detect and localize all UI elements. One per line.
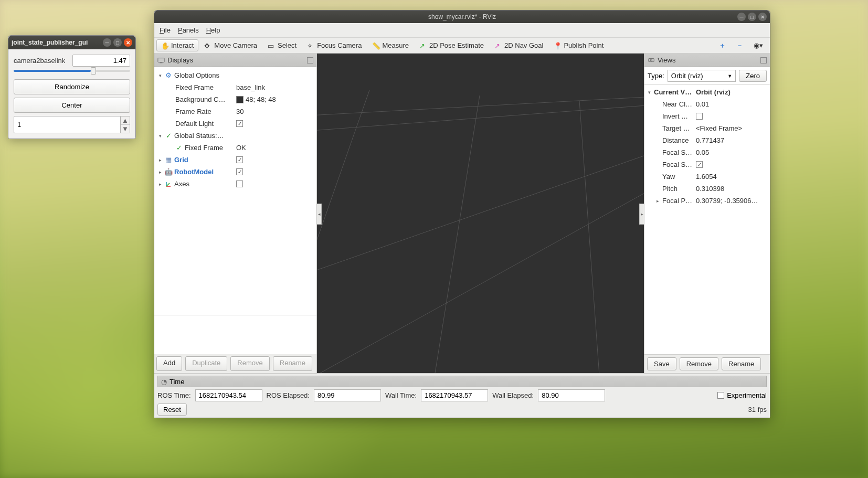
3d-viewport[interactable]: ◂ ▸ xyxy=(317,54,644,373)
joint-value-input[interactable] xyxy=(72,55,130,67)
global-options-item[interactable]: ▾⚙Global Options xyxy=(154,69,316,81)
joint-slider[interactable] xyxy=(14,70,130,72)
tool-move-camera[interactable]: ✥Move Camera xyxy=(199,39,262,51)
focal-shape-size-item[interactable]: Focal S…0.05 xyxy=(644,146,770,158)
jsp-window: joint_state_publisher_gui ─ □ ✕ camera2b… xyxy=(8,35,136,139)
views-panel: Views Type: Orbit (rviz)▼ Zero ▾Current … xyxy=(644,54,770,373)
undock-icon[interactable] xyxy=(307,57,313,63)
focus-camera-icon: ✧ xyxy=(307,42,314,49)
select-icon: ▭ xyxy=(268,42,275,49)
minimize-icon[interactable]: ─ xyxy=(737,13,746,21)
menu-panels[interactable]: Panels xyxy=(178,26,199,34)
views-header[interactable]: Views xyxy=(644,54,770,67)
spinner-down-icon[interactable]: ▼ xyxy=(121,125,130,133)
close-icon[interactable]: ✕ xyxy=(124,38,132,47)
wall-elapsed-label: Wall Elapsed: xyxy=(492,391,534,399)
tool-display-dropdown[interactable]: ◉▾ xyxy=(749,39,768,51)
robotmodel-display-item[interactable]: ▸🤖RobotModel✓ xyxy=(154,166,316,178)
tool-select[interactable]: ▭Select xyxy=(263,39,301,51)
views-type-select[interactable]: Orbit (rviz)▼ xyxy=(668,70,736,82)
randomize-button[interactable]: Randomize xyxy=(14,79,130,94)
displays-header[interactable]: Displays xyxy=(154,54,316,67)
color-swatch[interactable] xyxy=(236,96,244,103)
remove-button[interactable]: Remove xyxy=(230,356,269,371)
axes-checkbox[interactable] xyxy=(236,180,243,187)
eye-icon: ◉▾ xyxy=(754,41,763,49)
chevron-down-icon: ▼ xyxy=(727,73,732,79)
ros-time-field[interactable] xyxy=(195,389,262,401)
wall-elapsed-field[interactable] xyxy=(538,389,605,401)
menu-file[interactable]: File xyxy=(160,26,171,34)
move-camera-icon: ✥ xyxy=(204,42,211,49)
target-frame-item[interactable]: Target …<Fixed Frame> xyxy=(644,122,770,134)
frame-rate-item[interactable]: Frame Rate30 xyxy=(154,105,316,118)
jsp-titlebar[interactable]: joint_state_publisher_gui ─ □ ✕ xyxy=(8,36,135,49)
tool-interact[interactable]: ✋Interact xyxy=(156,39,198,51)
wall-time-label: Wall Time: xyxy=(385,391,417,399)
fixed-frame-item[interactable]: Fixed Framebase_link xyxy=(154,81,316,93)
pitch-item[interactable]: Pitch0.310398 xyxy=(644,183,770,195)
index-spinner-input[interactable] xyxy=(14,116,121,133)
fps-readout: 31 fps xyxy=(748,406,767,413)
time-header[interactable]: ◔ Time xyxy=(157,376,767,387)
undock-icon[interactable] xyxy=(760,57,767,63)
distance-item[interactable]: Distance0.771437 xyxy=(644,134,770,146)
experimental-checkbox[interactable] xyxy=(717,392,724,399)
close-icon[interactable]: ✕ xyxy=(758,13,767,21)
yaw-item[interactable]: Yaw1.6054 xyxy=(644,171,770,183)
invert-checkbox[interactable] xyxy=(696,113,703,120)
rename-view-button[interactable]: Rename xyxy=(722,357,761,370)
current-view-item[interactable]: ▾Current V…Orbit (rviz) xyxy=(644,86,770,98)
tool-add-display[interactable]: ＋ xyxy=(714,39,731,52)
rename-button[interactable]: Rename xyxy=(273,356,312,371)
reset-button[interactable]: Reset xyxy=(157,403,187,416)
tool-nav-goal[interactable]: ↗2D Nav Goal xyxy=(490,39,548,51)
duplicate-button[interactable]: Duplicate xyxy=(185,356,227,371)
splitter-right[interactable]: ▸ xyxy=(639,204,644,225)
wall-time-field[interactable] xyxy=(421,389,488,401)
svg-line-8 xyxy=(317,177,644,373)
focal-fixed-checkbox[interactable]: ✓ xyxy=(696,161,703,168)
minimize-icon[interactable]: ─ xyxy=(103,38,111,47)
remove-view-button[interactable]: Remove xyxy=(680,357,718,370)
svg-line-7 xyxy=(317,145,644,279)
views-type-label: Type: xyxy=(648,72,664,80)
robotmodel-checkbox[interactable]: ✓ xyxy=(236,168,243,175)
tool-publish-point[interactable]: 📍Publish Point xyxy=(549,39,608,51)
tool-pose-estimate[interactable]: ↗2D Pose Estimate xyxy=(415,39,489,51)
maximize-icon[interactable]: □ xyxy=(748,13,756,21)
rviz-titlebar[interactable]: show_mycar.rviz* - RViz ─ □ ✕ xyxy=(154,10,770,23)
axes-display-item[interactable]: ▸Axes xyxy=(154,178,316,190)
splitter-left[interactable]: ◂ xyxy=(317,204,322,225)
views-tree[interactable]: ▾Current V…Orbit (rviz) Near Cl…0.01 Inv… xyxy=(644,85,770,354)
focal-shape-fixed-item[interactable]: Focal S…✓ xyxy=(644,158,770,171)
grid-display-item[interactable]: ▸▦Grid✓ xyxy=(154,154,316,166)
focal-point-item[interactable]: ▸Focal P…0.30739; -0.35906… xyxy=(644,195,770,207)
status-fixed-frame-item[interactable]: ✓Fixed FrameOK xyxy=(154,142,316,154)
axes-icon xyxy=(165,180,172,188)
rviz-title: show_mycar.rviz* - RViz xyxy=(154,13,770,20)
invert-z-item[interactable]: Invert … xyxy=(644,110,770,122)
tool-measure[interactable]: 📏Measure xyxy=(367,39,414,51)
svg-rect-0 xyxy=(158,58,164,62)
tool-remove-display[interactable]: － xyxy=(732,39,748,52)
add-button[interactable]: Add xyxy=(156,356,182,371)
time-panel: ◔ Time ROS Time: ROS Elapsed: Wall Time:… xyxy=(154,373,770,418)
zero-button[interactable]: Zero xyxy=(739,70,767,82)
save-view-button[interactable]: Save xyxy=(647,357,676,370)
tool-focus-camera[interactable]: ✧Focus Camera xyxy=(302,39,366,51)
spinner-up-icon[interactable]: ▲ xyxy=(121,116,130,125)
maximize-icon[interactable]: □ xyxy=(113,38,122,47)
grid-checkbox[interactable]: ✓ xyxy=(236,156,243,163)
default-light-checkbox[interactable]: ✓ xyxy=(236,120,243,127)
displays-tree[interactable]: ▾⚙Global Options Fixed Framebase_link Ba… xyxy=(154,67,316,315)
svg-line-11 xyxy=(579,101,600,373)
center-button[interactable]: Center xyxy=(14,98,130,113)
bg-color-item[interactable]: Background C…48; 48; 48 xyxy=(154,93,316,105)
near-clip-item[interactable]: Near Cl…0.01 xyxy=(644,98,770,110)
menu-help[interactable]: Help xyxy=(206,26,220,34)
ros-elapsed-field[interactable] xyxy=(314,389,381,401)
global-status-item[interactable]: ▾✓Global Status:… xyxy=(154,130,316,142)
settings-icon: ⚙ xyxy=(165,72,172,79)
default-light-item[interactable]: Default Light✓ xyxy=(154,118,316,130)
